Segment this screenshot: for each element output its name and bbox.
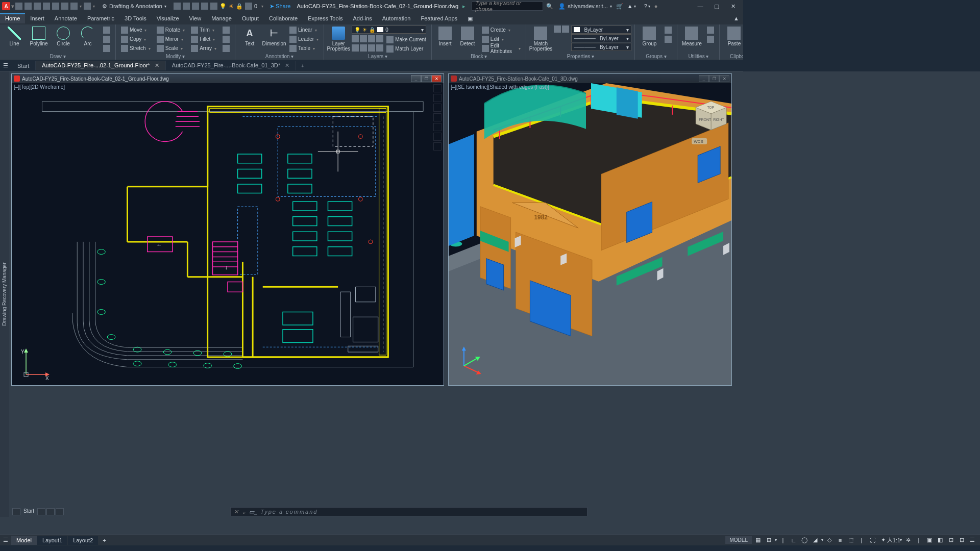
win-close-button[interactable]: ✕ [431,75,442,82]
scale-button[interactable]: Scale [155,44,187,53]
qat-icon[interactable] [174,3,181,10]
cart-icon[interactable]: 🛒 [616,3,623,10]
ribbon-tab-view[interactable]: View [184,13,207,23]
ribbon-tab-visualize[interactable]: Visualize [152,13,184,23]
win-minimize-button[interactable]: _ [411,75,421,82]
arc-button[interactable]: Arc [77,26,99,54]
lock-icon[interactable]: 🔒 [236,3,243,10]
redo-icon[interactable] [84,3,91,10]
stretch-button[interactable]: Stretch [119,44,153,53]
share-button[interactable]: ➤ Share [270,3,290,10]
autodesk-icon[interactable]: ▲ [627,3,633,9]
maximize-button[interactable]: ▢ [708,0,725,12]
layer-properties-button[interactable]: LayerProperties [327,26,350,54]
ribbon-tab-collaborate[interactable]: Collaborate [264,13,303,23]
viewport-label[interactable]: [–][Top][2D Wireframe] [14,84,65,90]
saveas-icon[interactable] [43,3,50,10]
group-button[interactable]: Group [638,26,660,54]
ribbon-tab-manage[interactable]: Manage [206,13,237,23]
ribbon-tab-parametric[interactable]: Parametric [82,13,119,23]
layer-selector[interactable]: 💡☀🔒0▾ [352,26,426,34]
bullet-icon[interactable]: ● [654,3,658,9]
table-button[interactable]: Table [287,44,321,53]
search-go-icon[interactable]: 🔍 [546,3,553,10]
detect-button[interactable]: Detect [457,26,478,54]
qat-icon[interactable] [210,3,217,10]
bulb-icon[interactable]: 💡 [219,3,227,10]
trim-button[interactable]: Trim [189,26,218,34]
add-tab-button[interactable]: + [296,63,309,69]
property-selector-0[interactable]: ByLayer▾ [571,26,631,34]
viewcube[interactable]: TOP FRONT RIGHT [696,102,726,130]
text-button[interactable]: AText [238,26,261,54]
ribbon-tab-annotate[interactable]: Annotate [50,13,82,23]
ribbon-tab-output[interactable]: Output [237,13,264,23]
qat-icon[interactable] [192,3,199,10]
undo-icon[interactable] [70,3,78,10]
viewport-3d[interactable]: [–][SE Isometric][Shaded with edges (Fas… [449,83,731,385]
array-button[interactable]: Array [189,44,218,53]
minimize-button[interactable]: — [692,0,708,12]
ribbon-minimize-button[interactable]: ▲ [729,15,743,21]
menu-icon[interactable]: ☰ [0,62,11,69]
qat-icon[interactable] [201,3,208,10]
close-button[interactable]: ✕ [725,0,741,12]
fillet-button[interactable]: Fillet [189,35,218,43]
copy-button[interactable]: Copy [119,35,153,43]
viewport-label[interactable]: [–][SE Isometric][Shaded with edges (Fas… [451,84,549,90]
paste-button[interactable]: Paste [723,26,743,54]
rotate-button[interactable]: Rotate [155,26,187,34]
ribbon-tab-featured-apps[interactable]: Featured Apps [415,13,462,23]
search-input[interactable]: Type a keyword or phrase [472,2,543,11]
start-tab[interactable]: Start [11,61,36,70]
edit-button[interactable]: Edit [480,35,523,43]
edit-attributes-button[interactable]: Edit Attributes [480,44,523,53]
move-button[interactable]: Move [119,26,153,34]
ribbon-tab-automation[interactable]: Automation [377,13,416,23]
property-selector-2[interactable]: ──────ByLayer▾ [571,43,631,51]
circle-button[interactable]: Circle [52,26,75,54]
open-icon[interactable] [24,3,32,10]
mirror-button[interactable]: Mirror [155,35,187,43]
make-current-button[interactable]: Make Current [384,35,428,44]
ribbon-tab-add-ins[interactable]: Add-ins [348,13,377,23]
plot-icon[interactable] [61,3,68,10]
leader-button[interactable]: Leader [287,35,321,43]
qat-icon[interactable] [183,3,190,10]
ribbon-tab-insert[interactable]: Insert [25,13,50,23]
ribbon-tab-3d-tools[interactable]: 3D Tools [119,13,152,23]
line-button[interactable]: Line [3,26,26,54]
apps-icon[interactable]: ▣ [462,13,478,24]
insert-button[interactable]: Insert [435,26,455,54]
viewport-2d[interactable]: [–][Top][2D Wireframe] [12,83,444,385]
new-icon[interactable] [15,3,22,10]
document-tab[interactable]: AutoCAD-FY25_Fire-...02-1_Ground-Floor* … [36,61,166,70]
web-icon[interactable] [52,3,59,10]
rotate-icon [157,27,164,34]
match-properties-button[interactable]: MatchProperties [529,26,552,54]
help-icon[interactable]: ? [644,3,647,9]
app-icon[interactable]: A [2,2,10,10]
nav-bar[interactable] [433,84,443,151]
win-minimize-button[interactable]: _ [699,75,709,82]
property-selector-1[interactable]: ──────ByLayer▾ [571,34,631,42]
recovery-panel-tab[interactable]: Drawing Recovery Manager [0,71,9,416]
win-restore-button[interactable]: ❐ [709,75,719,82]
user-menu[interactable]: 👤 shiyamdev.srit... ▾ [558,3,612,10]
play-icon[interactable]: ▸ [462,3,465,10]
sun-icon[interactable]: ☀ [229,3,234,10]
measure-button[interactable]: Measure [680,26,703,54]
create-button[interactable]: Create [480,26,523,34]
linear-button[interactable]: Linear [287,26,321,34]
ribbon-tab-home[interactable]: Home [0,13,25,23]
ribbon-tab-express-tools[interactable]: Express Tools [303,13,348,23]
document-tab[interactable]: AutoCAD-FY25_Fire-...-Book-Cafe_01_3D* ✕ [166,61,296,70]
polyline-button[interactable]: Polyline [28,26,50,54]
qat-icon[interactable] [245,3,252,10]
win-restore-button[interactable]: ❐ [421,75,431,82]
save-icon[interactable] [34,3,41,10]
match-layer-button[interactable]: Match Layer [384,44,425,53]
win-close-button[interactable]: ✕ [719,75,729,82]
dimension-button[interactable]: ⊢Dimension [263,26,285,54]
workspace-selector[interactable]: ⚙ Drafting & Annotation ▾ [99,3,169,10]
